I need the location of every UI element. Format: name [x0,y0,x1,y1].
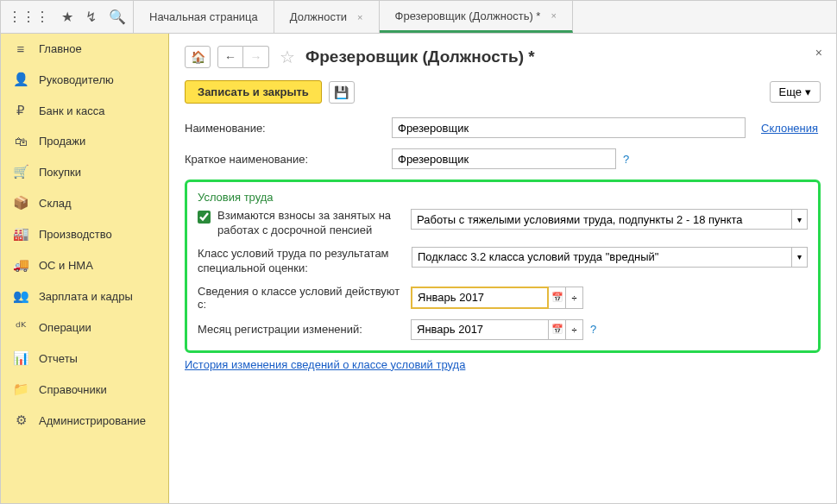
sidebar-item-admin[interactable]: ⚙Администрирование [1,405,168,436]
close-page-button[interactable]: × [815,46,822,60]
sidebar-item-label: Отчеты [39,352,78,365]
name-input[interactable] [392,117,746,138]
save-close-button[interactable]: Записать и закрыть [185,80,322,104]
sidebar-item-label: Главное [39,42,82,55]
folder-icon: 📁 [13,381,28,397]
sidebar-item-manager[interactable]: 👤Руководителю [1,64,168,95]
name-row: Наименование: Склонения [185,117,821,138]
sidebar-item-label: Склад [39,197,72,210]
tab-label: Должности [290,10,347,23]
shortname-label: Краткое наименование: [185,153,392,166]
class-row: Класс условий труда по результатам специ… [198,247,808,276]
sidebar-item-bank[interactable]: ₽Банк и касса [1,95,168,126]
spinner-icon[interactable]: ÷ [566,319,583,340]
nav-group: ← → [217,46,269,68]
reg-month-input[interactable] [411,319,549,340]
sidebar-item-label: Зарплата и кадры [39,290,133,303]
box-icon: 📦 [13,195,28,211]
work-type-combo: ▾ [411,209,808,230]
close-icon[interactable]: × [357,12,362,22]
chevron-down-icon: ▾ [805,85,811,98]
sidebar-item-production[interactable]: 🏭Производство [1,218,168,249]
more-label: Еще [779,85,802,98]
chevron-down-icon[interactable]: ▾ [792,247,808,268]
work-type-input[interactable] [411,209,792,230]
action-row: Записать и закрыть 💾 Еще▾ [185,80,821,104]
help-icon[interactable]: ? [590,323,596,336]
menu-icon: ≡ [13,41,28,56]
toolbar-icons: ⋮⋮⋮ ★ ↯ 🔍 [1,1,134,33]
save-button[interactable]: 💾 [329,81,355,104]
sidebar-item-main[interactable]: ≡Главное [1,34,168,64]
class-combo: ▾ [412,247,808,268]
sidebar-item-assets[interactable]: 🚚ОС и НМА [1,249,168,280]
sidebar-item-catalogs[interactable]: 📁Справочники [1,374,168,405]
tab-label: Фрезеровщик (Должность) * [395,9,541,22]
tabs: Начальная страница Должности× Фрезеровщи… [134,1,573,33]
shortname-input[interactable] [392,148,616,169]
reg-month-row: Месяц регистрации изменений: 📅 ÷ ? [198,319,808,340]
star-icon[interactable]: ★ [61,9,73,25]
sidebar-item-label: Производство [39,228,112,241]
sidebar-item-label: Руководителю [39,73,114,86]
sidebar-item-warehouse[interactable]: 📦Склад [1,187,168,218]
valid-from-label: Сведения о классе условий действуют с: [198,285,411,311]
sidebar-item-label: Справочники [39,383,107,396]
ruble-icon: ₽ [13,103,28,118]
close-icon[interactable]: × [551,10,556,21]
truck-icon: 🚚 [13,257,28,273]
sidebar-item-label: ОС и НМА [39,259,93,272]
sidebar: ≡Главное 👤Руководителю ₽Банк и касса 🛍Пр… [1,34,169,503]
sidebar-item-reports[interactable]: 📊Отчеты [1,343,168,374]
people-icon: 👥 [13,288,28,304]
more-button[interactable]: Еще▾ [770,81,821,103]
history-icon[interactable]: ↯ [85,9,97,25]
contributions-checkbox[interactable] [198,211,211,224]
class-input[interactable] [412,247,792,268]
sidebar-item-label: Продажи [39,135,85,148]
sidebar-item-operations[interactable]: ᵈᴷОперации [1,312,168,343]
home-button[interactable]: 🏠 [185,46,211,68]
forward-button[interactable]: → [243,46,269,68]
content: 🏠 ← → ☆ Фрезеровщик (Должность) * × Запи… [169,34,836,503]
date-buttons: 📅 ÷ [549,319,583,340]
chart-icon: 📊 [13,350,28,366]
spinner-icon[interactable]: ÷ [566,287,583,309]
work-conditions-group: Условия труда Взимаются взносы за заняты… [185,180,821,353]
favorite-button[interactable]: ☆ [276,46,299,68]
top-toolbar: ⋮⋮⋮ ★ ↯ 🔍 Начальная страница Должности× … [1,1,836,34]
sidebar-item-label: Операции [39,321,91,334]
apps-icon[interactable]: ⋮⋮⋮ [8,9,49,25]
cart-icon: 🛒 [13,164,28,180]
sidebar-item-label: Банк и касса [39,104,105,117]
person-icon: 👤 [13,72,28,87]
shortname-row: Краткое наименование: ? [185,148,821,169]
bag-icon: 🛍 [13,134,28,148]
layout: ≡Главное 👤Руководителю ₽Банк и касса 🛍Пр… [1,34,836,503]
valid-from-row: Сведения о классе условий действуют с: 📅… [198,285,808,311]
contributions-label: Взимаются взносы за занятых на работах с… [217,209,404,238]
tab-position-form[interactable]: Фрезеровщик (Должность) *× [380,1,573,33]
tab-home[interactable]: Начальная страница [134,1,274,33]
back-button[interactable]: ← [217,46,243,68]
sidebar-item-purchases[interactable]: 🛒Покупки [1,156,168,187]
ops-icon: ᵈᴷ [13,319,28,335]
search-icon[interactable]: 🔍 [109,9,126,25]
reg-month-label: Месяц регистрации изменений: [198,323,411,336]
help-icon[interactable]: ? [623,153,629,166]
declension-link[interactable]: Склонения [761,122,818,135]
chevron-down-icon[interactable]: ▾ [792,209,808,230]
sidebar-item-label: Покупки [39,166,81,179]
sidebar-item-sales[interactable]: 🛍Продажи [1,126,168,156]
name-label: Наименование: [185,122,392,135]
sidebar-item-hr[interactable]: 👥Зарплата и кадры [1,280,168,312]
tab-label: Начальная страница [149,10,258,23]
content-header: 🏠 ← → ☆ Фрезеровщик (Должность) * [185,46,821,68]
tab-positions[interactable]: Должности× [274,1,380,33]
calendar-icon[interactable]: 📅 [549,287,566,309]
sidebar-item-label: Администрирование [39,414,146,427]
valid-from-input[interactable] [411,287,549,309]
history-link[interactable]: История изменения сведений о классе усло… [185,358,465,371]
calendar-icon[interactable]: 📅 [549,319,566,340]
date-buttons: 📅 ÷ [549,287,583,309]
